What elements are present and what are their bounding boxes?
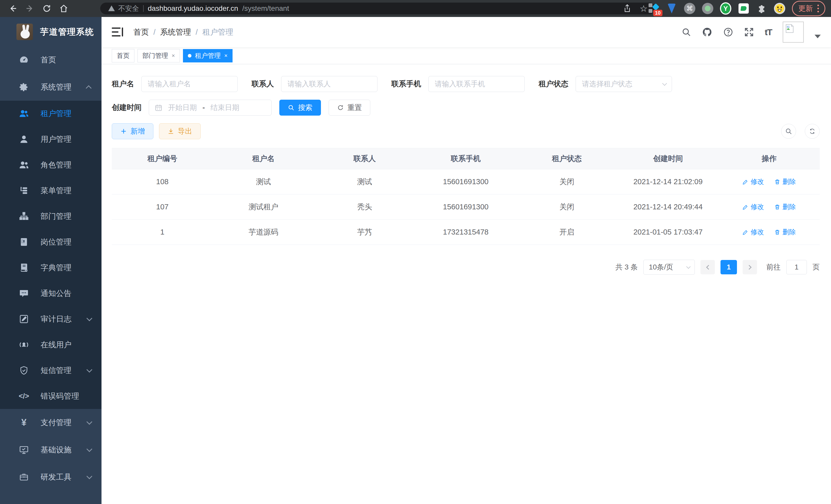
date-start-placeholder[interactable]: 开始日期: [168, 103, 197, 113]
chevron-down-icon: [87, 316, 92, 321]
url-bar[interactable]: 不安全 dashboard.yudao.iocoder.cn/system/te…: [100, 3, 655, 14]
extensions-puzzle-icon[interactable]: [756, 3, 767, 14]
url-host: dashboard.yudao.iocoder.cn: [148, 4, 238, 12]
extension-command-icon[interactable]: ⌘: [684, 3, 695, 14]
cell-status: 关闭: [516, 202, 618, 212]
status-select[interactable]: 请选择租户状态: [576, 76, 672, 92]
security-warning[interactable]: 不安全: [108, 4, 139, 13]
table-refresh-button[interactable]: [805, 124, 820, 139]
sidebar-item-errorcode[interactable]: </> 错误码管理: [0, 383, 102, 409]
sidebar-item-auditlog[interactable]: 审计日志: [0, 306, 102, 332]
sidebar-item-label: 用户管理: [40, 134, 71, 145]
profile-avatar-icon[interactable]: [774, 3, 785, 14]
close-icon[interactable]: ×: [172, 52, 175, 59]
page-unit-label: 页: [812, 262, 820, 272]
page-size-select[interactable]: 10条/页: [643, 260, 695, 275]
github-icon[interactable]: [702, 27, 712, 37]
sidebar-item-user[interactable]: 用户管理: [0, 126, 102, 152]
table-search-toggle-button[interactable]: [781, 124, 796, 139]
sidebar-item-sms[interactable]: 短信管理: [0, 358, 102, 383]
current-page-button[interactable]: 1: [720, 260, 737, 274]
sidebar-item-dict[interactable]: 字典管理: [0, 255, 102, 280]
sidebar-item-home[interactable]: 首页: [0, 46, 102, 73]
tab-label: 部门管理: [142, 51, 168, 60]
search-icon[interactable]: [682, 27, 691, 37]
forward-icon[interactable]: [23, 1, 37, 16]
sidebar-item-label: 租户管理: [40, 109, 71, 119]
delete-link[interactable]: 删除: [774, 202, 796, 211]
date-range-picker[interactable]: 开始日期 - 结束日期: [149, 100, 271, 116]
sidebar-item-dept[interactable]: 部门管理: [0, 203, 102, 229]
date-end-placeholder[interactable]: 结束日期: [210, 103, 239, 113]
calendar-icon: [155, 104, 163, 112]
contact-label: 联系人: [252, 79, 274, 89]
export-button[interactable]: 导出: [159, 123, 201, 139]
extension-chat-icon[interactable]: [738, 3, 749, 14]
search-form-row1: 租户名 联系人 联系手机 租户状态 请选择租户状态: [112, 76, 820, 92]
sidebar-item-label: 错误码管理: [40, 391, 79, 402]
bookmark-star-icon[interactable]: ☆: [640, 4, 648, 13]
sidebar-item-online[interactable]: 在线用户: [0, 332, 102, 358]
date-separator: -: [202, 103, 205, 112]
tab-dept[interactable]: 部门管理 ×: [138, 49, 180, 62]
security-label: 不安全: [118, 4, 139, 13]
dashboard-icon: [18, 55, 30, 65]
next-page-button[interactable]: [743, 260, 757, 274]
mobile-input[interactable]: [428, 76, 525, 92]
extension-kite-icon[interactable]: [666, 3, 677, 14]
fullscreen-icon[interactable]: [744, 27, 754, 37]
share-icon[interactable]: [623, 4, 631, 12]
search-icon: [288, 104, 294, 111]
help-icon[interactable]: [723, 27, 733, 37]
add-button[interactable]: 新增: [112, 123, 153, 139]
chrome-update-button[interactable]: 更新: [792, 1, 825, 16]
font-size-icon[interactable]: tT: [765, 27, 772, 37]
search-button[interactable]: 搜索: [279, 100, 321, 116]
chevron-up-icon: [86, 85, 92, 91]
tab-home[interactable]: 首页: [112, 49, 134, 62]
sidebar-item-system[interactable]: 系统管理: [0, 73, 102, 101]
goto-label: 前往: [766, 262, 781, 272]
sidebar-item-label: 首页: [40, 55, 56, 65]
user-avatar[interactable]: [783, 22, 804, 42]
sidebar-item-infra[interactable]: 基础设施: [0, 436, 102, 464]
extension-yudao-icon[interactable]: Y: [720, 3, 731, 14]
sidebar-item-tenant[interactable]: 租户管理: [0, 101, 102, 126]
collapse-sidebar-icon[interactable]: [112, 27, 123, 37]
edit-link[interactable]: 修改: [742, 228, 764, 237]
tab-tenant[interactable]: 租户管理 ×: [183, 49, 233, 62]
sidebar-item-menu[interactable]: 菜单管理: [0, 178, 102, 203]
sidebar-item-notice[interactable]: 通知公告: [0, 280, 102, 306]
reload-icon[interactable]: [39, 1, 54, 16]
extension-recorder-icon[interactable]: [702, 3, 713, 14]
home-icon[interactable]: [57, 1, 71, 16]
breadcrumb-section[interactable]: 系统管理: [160, 27, 191, 37]
edit-link[interactable]: 修改: [742, 202, 764, 211]
browser-extensions: 10 ⌘ Y 更新: [648, 0, 825, 17]
active-dot: [188, 54, 192, 58]
sidebar-item-label: 字典管理: [40, 263, 71, 273]
prev-page-button[interactable]: [700, 260, 715, 274]
browser-menu-icon[interactable]: [818, 5, 819, 12]
sidebar-item-role[interactable]: 角色管理: [0, 152, 102, 178]
goto-page-input[interactable]: [786, 260, 807, 274]
edit-link[interactable]: 修改: [742, 177, 764, 186]
reset-button[interactable]: 重置: [328, 100, 370, 116]
breadcrumb-home[interactable]: 首页: [133, 27, 149, 37]
chevron-down-icon: [87, 446, 92, 452]
close-icon[interactable]: ×: [224, 52, 228, 59]
sidebar-item-pay[interactable]: ¥ 支付管理: [0, 409, 102, 436]
tenant-name-input[interactable]: [141, 76, 238, 92]
reset-button-label: 重置: [347, 103, 362, 113]
back-icon[interactable]: [6, 1, 20, 16]
contact-input[interactable]: [281, 76, 377, 92]
avatar-caret-icon[interactable]: [814, 35, 821, 38]
delete-link[interactable]: 删除: [774, 228, 796, 237]
status-label: 租户状态: [539, 79, 568, 89]
delete-link[interactable]: 删除: [774, 177, 796, 186]
sidebar-item-post[interactable]: 岗位管理: [0, 229, 102, 255]
app-logo[interactable]: 芋道管理系统: [0, 17, 102, 46]
extension-tabs-icon[interactable]: 10: [648, 3, 659, 14]
delete-label: 删除: [782, 177, 796, 186]
sidebar-item-devtools[interactable]: 研发工具: [0, 464, 102, 491]
